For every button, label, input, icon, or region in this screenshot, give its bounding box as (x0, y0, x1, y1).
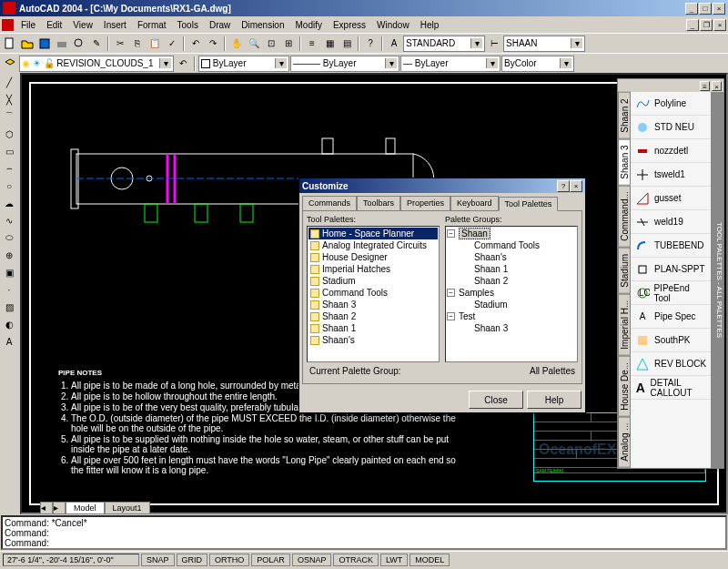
text-icon[interactable]: A (386, 36, 402, 52)
palette-item[interactable]: REV BLOCK (631, 352, 711, 376)
insert-icon[interactable]: ⊕ (1, 247, 17, 263)
dialog-close-icon[interactable]: × (570, 180, 582, 192)
zoom-prev-icon[interactable]: ⊞ (280, 36, 297, 52)
doc-close-button[interactable]: × (713, 19, 726, 31)
menu-help[interactable]: Help (415, 19, 445, 31)
model-toggle[interactable]: MODEL (410, 554, 450, 566)
close-button[interactable]: × (713, 3, 725, 15)
polar-toggle[interactable]: POLAR (251, 554, 290, 566)
spline-icon[interactable]: ∿ (1, 212, 17, 229)
dialog-titlebar[interactable]: Customize ? × (299, 178, 585, 193)
menu-draw[interactable]: Draw (204, 19, 236, 31)
point-icon[interactable]: · (1, 281, 17, 298)
tab-scroll-left[interactable]: ◂ (40, 502, 53, 514)
menu-tools[interactable]: Tools (172, 19, 204, 31)
color-combo[interactable]: ByLayer▾ (198, 56, 289, 72)
palette-item[interactable]: weld19 (631, 210, 711, 234)
hatch-icon[interactable]: ▨ (1, 299, 17, 315)
dim-icon[interactable]: ⊢ (486, 36, 502, 52)
menu-express[interactable]: Express (328, 19, 371, 31)
otrack-toggle[interactable]: OTRACK (333, 554, 379, 566)
zoom-window-icon[interactable]: ⊡ (263, 36, 279, 52)
arc-icon[interactable]: ⌢ (1, 160, 17, 177)
dtab-keyboard[interactable]: Keyboard (450, 196, 499, 210)
menu-edit[interactable]: Edit (41, 19, 67, 31)
menu-insert[interactable]: Insert (98, 19, 132, 31)
palette-item[interactable]: APipe Spec (631, 305, 711, 329)
preview-icon[interactable] (71, 36, 87, 52)
palette-item[interactable]: nozzdetl (631, 139, 711, 163)
palette-close-icon[interactable]: × (712, 81, 722, 91)
lwt-toggle[interactable]: LWT (380, 554, 408, 566)
publish-icon[interactable]: ✎ (88, 36, 105, 52)
menu-dimension[interactable]: Dimension (236, 19, 289, 31)
collapse-icon[interactable]: − (447, 312, 455, 320)
command-line[interactable]: Command: *Cancel* Command: Command: (1, 515, 727, 550)
design-center-icon[interactable]: ▦ (321, 36, 338, 52)
menu-file[interactable]: File (15, 19, 41, 31)
tool-palette-icon[interactable]: ▤ (339, 36, 355, 52)
palette-item[interactable]: ADETAIL CALLOUT (631, 376, 711, 400)
dtab-properties[interactable]: Properties (400, 196, 450, 210)
line-icon[interactable]: ╱ (1, 74, 17, 90)
linetype-combo[interactable]: ——— ByLayer▾ (290, 56, 399, 72)
ortho-toggle[interactable]: ORTHO (209, 554, 249, 566)
xline-icon[interactable]: ╳ (1, 91, 17, 107)
close-button[interactable]: Close (469, 391, 523, 409)
palette-item[interactable]: tsweld1 (631, 163, 711, 187)
palette-item[interactable]: STD NEU (631, 116, 711, 139)
open-icon[interactable] (19, 36, 35, 52)
ellipse-icon[interactable]: ⬭ (1, 229, 17, 246)
layer-props-icon[interactable] (2, 56, 18, 72)
groups-tree[interactable]: −Shaan Command Tools Shaan's Shaan 1 Sha… (445, 226, 578, 362)
text-style-combo[interactable]: STANDARD▾ (403, 36, 485, 52)
layer-combo[interactable]: ◉ ☀ 🔓 REVISION_CLOUDS_1▾ (19, 56, 174, 72)
dtab-commands[interactable]: Commands (302, 196, 357, 210)
maximize-button[interactable]: □ (699, 3, 712, 15)
palette-props-icon[interactable]: ≡ (700, 81, 710, 91)
dialog-help-icon[interactable]: ? (557, 180, 570, 192)
new-icon[interactable] (2, 36, 18, 52)
undo-icon[interactable]: ↶ (187, 36, 204, 52)
dim-style-combo[interactable]: SHAAN▾ (503, 36, 585, 52)
ptab[interactable]: Stadium (618, 248, 631, 294)
match-icon[interactable]: ✓ (164, 36, 180, 52)
block-icon[interactable]: ▣ (1, 264, 17, 280)
pline-icon[interactable]: ⌒ (1, 108, 17, 125)
palette-item[interactable]: PLAN-SPPT (631, 258, 711, 281)
palettes-listbox[interactable]: Home - Space Planner Analog Integrated C… (307, 226, 440, 362)
palette-item[interactable]: Polyline (631, 92, 711, 116)
layer-prev-icon[interactable]: ↶ (175, 56, 191, 72)
collapse-icon[interactable]: − (447, 229, 455, 238)
menu-format[interactable]: Format (132, 19, 172, 31)
help-icon[interactable]: ? (362, 36, 379, 52)
ptab[interactable]: House De... (618, 356, 631, 417)
osnap-toggle[interactable]: OSNAP (292, 554, 332, 566)
dtab-toolpalettes[interactable]: Tool Palettes (499, 197, 559, 211)
doc-minimize-button[interactable]: _ (686, 19, 699, 31)
ptab[interactable]: Imperial H... (618, 294, 631, 356)
print-icon[interactable] (54, 36, 70, 52)
palette-item[interactable]: gusset (631, 187, 711, 210)
region-icon[interactable]: ◐ (1, 316, 17, 332)
mtext-icon[interactable]: A (1, 333, 17, 350)
properties-icon[interactable]: ≡ (304, 36, 320, 52)
tab-layout1[interactable]: Layout1 (105, 502, 150, 514)
circle-icon[interactable]: ○ (1, 178, 17, 194)
menu-view[interactable]: View (67, 19, 98, 31)
polygon-icon[interactable]: ⬡ (1, 126, 17, 142)
pan-icon[interactable]: ✋ (228, 36, 245, 52)
rectangle-icon[interactable]: ▭ (1, 143, 17, 159)
lineweight-combo[interactable]: — ByLayer▾ (400, 56, 500, 72)
doc-restore-button[interactable]: ❐ (700, 19, 713, 31)
ptab-active[interactable]: Shaan 3 (618, 138, 631, 185)
zoom-icon[interactable]: 🔍 (246, 36, 262, 52)
menu-window[interactable]: Window (371, 19, 415, 31)
tab-model[interactable]: Model (66, 502, 105, 514)
menu-modify[interactable]: Modify (290, 19, 328, 31)
help-button[interactable]: Help (527, 391, 581, 409)
copy-icon[interactable]: ⎘ (129, 36, 146, 52)
ptab[interactable]: Analog ... (618, 416, 631, 467)
plotstyle-combo[interactable]: ByColor▾ (501, 56, 574, 72)
cut-icon[interactable]: ✂ (112, 36, 128, 52)
